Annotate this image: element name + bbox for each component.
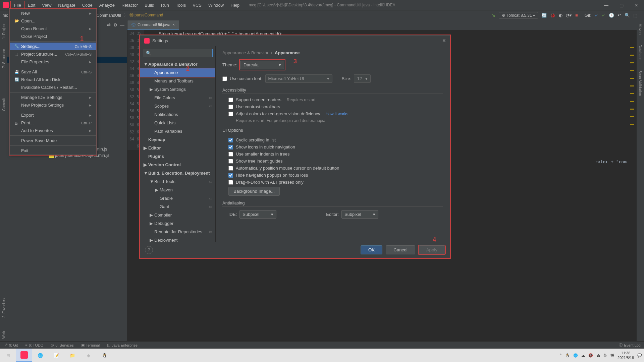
settings-tree-item[interactable]: ▶Version Control bbox=[140, 161, 215, 169]
vcs-update-icon[interactable]: ✓ bbox=[595, 13, 598, 18]
option-checkbox[interactable] bbox=[228, 145, 233, 149]
coverage-icon[interactable]: ◐ bbox=[559, 13, 562, 18]
minimize-icon[interactable]: — bbox=[599, 0, 614, 10]
file-menu-item[interactable]: New Projects Settings▸ bbox=[10, 101, 96, 109]
settings-tree-item[interactable]: Path Variables bbox=[140, 127, 215, 135]
settings-tree-item[interactable]: ▶Deployment bbox=[140, 236, 215, 242]
file-menu-item[interactable]: File Properties▸ bbox=[10, 58, 96, 66]
taskbar-ie[interactable]: 🌐 bbox=[32, 349, 48, 362]
settings-tree-item[interactable]: ▶Maven bbox=[140, 186, 215, 194]
settings-tree-item[interactable]: ▶System Settings bbox=[140, 85, 215, 94]
panel-gear-icon[interactable]: ⚙ bbox=[113, 22, 117, 27]
java-ee-tool-button[interactable]: ◫ Java Enterprise bbox=[107, 343, 137, 347]
stop-icon[interactable]: ■ bbox=[575, 13, 578, 18]
commit-tool-button[interactable]: Commit bbox=[2, 98, 6, 111]
menu-tools[interactable]: Tools bbox=[172, 1, 189, 9]
favorites-tool-button[interactable]: 2: Favorites bbox=[2, 298, 6, 317]
file-menu-item[interactable]: 🔄Reload All from Disk bbox=[10, 76, 96, 83]
menu-navigate[interactable]: Navigate bbox=[55, 1, 78, 9]
screen-readers-checkbox[interactable] bbox=[228, 98, 233, 102]
file-menu-item[interactable]: 📂Open... bbox=[10, 17, 96, 25]
menu-analyze[interactable]: Analyze bbox=[96, 1, 118, 9]
how-it-works-link[interactable]: How it works bbox=[325, 112, 348, 116]
file-menu-item[interactable]: New▸ bbox=[10, 9, 96, 17]
settings-tree-item[interactable]: Remote Jar Repositories▭ bbox=[140, 228, 215, 236]
taskbar-intellij[interactable] bbox=[16, 349, 32, 362]
settings-tree-item[interactable]: ▶Compiler bbox=[140, 211, 215, 219]
custom-font-checkbox[interactable] bbox=[222, 76, 227, 81]
tray-cloud-icon[interactable]: ☁ bbox=[581, 353, 585, 358]
file-menu-item[interactable]: Add to Favorites▸ bbox=[10, 127, 96, 134]
taskbar-notepad[interactable]: 📝 bbox=[48, 349, 64, 362]
close-tab-icon[interactable]: × bbox=[172, 22, 175, 27]
option-checkbox[interactable] bbox=[228, 159, 233, 164]
vcs-revert-icon[interactable]: ↶ bbox=[618, 13, 621, 18]
file-menu-item[interactable]: Manage IDE Settings▸ bbox=[10, 94, 96, 101]
clock[interactable]: 11:382021/8/18 bbox=[618, 351, 634, 360]
file-menu-item[interactable]: 💾Save AllCtrl+S bbox=[10, 68, 96, 76]
settings-tree-item[interactable]: Scopes▭ bbox=[140, 102, 215, 110]
services-tool-button[interactable]: ◎ 8: Services bbox=[51, 343, 73, 347]
git-tool-button[interactable]: ⎇ 9: Git bbox=[3, 343, 18, 347]
settings-tree-item[interactable]: Gant▭ bbox=[140, 202, 215, 211]
settings-tree-item[interactable]: Appearance bbox=[140, 68, 215, 77]
menu-vcs[interactable]: VCS bbox=[189, 1, 205, 9]
maven-tool-button[interactable]: Maven bbox=[638, 23, 642, 35]
run-icon[interactable]: 🔄 bbox=[541, 13, 547, 18]
settings-tree-item[interactable]: Menus and Toolbars bbox=[140, 77, 215, 85]
contrast-checkbox[interactable] bbox=[228, 105, 233, 109]
aa-ide-select[interactable]: Subpixel▾ bbox=[239, 210, 276, 219]
cancel-button[interactable]: Cancel bbox=[386, 245, 415, 254]
file-menu-item[interactable]: Power Save Mode bbox=[10, 137, 96, 144]
event-log-button[interactable]: ⓘ Event Log bbox=[619, 343, 641, 348]
ime-lang[interactable]: 英 bbox=[603, 353, 607, 358]
vcs-commit-icon[interactable]: ✓ bbox=[602, 13, 605, 18]
tray-globe-icon[interactable]: 🌐 bbox=[573, 353, 578, 358]
tray-network-icon[interactable]: 🖧 bbox=[596, 353, 600, 357]
profile-icon[interactable]: ◔▾ bbox=[566, 13, 572, 18]
settings-tree-item[interactable]: Keymap bbox=[140, 135, 215, 144]
ide-settings-icon[interactable]: ⬚ bbox=[633, 13, 637, 18]
file-menu-item[interactable]: Open Recent▸ bbox=[10, 25, 96, 33]
menu-window[interactable]: Window bbox=[205, 1, 227, 9]
menu-view[interactable]: View bbox=[39, 1, 55, 9]
aa-editor-select[interactable]: Subpixel▾ bbox=[341, 210, 378, 219]
debug-icon[interactable]: 🐞 bbox=[550, 13, 555, 18]
menu-file[interactable]: File bbox=[11, 1, 24, 9]
settings-tree-item[interactable]: Quick Lists bbox=[140, 119, 215, 127]
settings-search[interactable]: 🔍 bbox=[143, 49, 213, 57]
taskbar-explorer[interactable]: 📁 bbox=[64, 349, 80, 362]
file-menu-item[interactable]: Invalidate Caches / Restart... bbox=[10, 83, 96, 91]
theme-select[interactable]: Darcula▾ bbox=[240, 61, 284, 69]
terminal-tool-button[interactable]: ▣ Terminal bbox=[81, 343, 100, 347]
menu-help[interactable]: Help bbox=[227, 1, 243, 9]
start-button[interactable]: ⊞ bbox=[0, 349, 16, 362]
breadcrumb-method[interactable]: ⓜ parseCommand bbox=[129, 12, 163, 18]
settings-tree-item[interactable]: ▶Editor bbox=[140, 144, 215, 152]
menu-refactor[interactable]: Refactor bbox=[118, 1, 141, 9]
file-menu-item[interactable]: 🔧Settings...Ctrl+Alt+S bbox=[10, 43, 96, 50]
file-menu-item[interactable]: Exit bbox=[10, 147, 96, 155]
option-checkbox[interactable] bbox=[228, 180, 233, 185]
custom-font-select[interactable]: Microsoft YaHei UI▾ bbox=[265, 74, 332, 83]
file-menu-item[interactable]: ⬚Project Structure...Ctrl+Alt+Shift+S bbox=[10, 50, 96, 58]
build-icon[interactable]: ↘ bbox=[492, 13, 495, 18]
settings-tree-item[interactable]: Gradle▭ bbox=[140, 194, 215, 202]
option-checkbox[interactable] bbox=[228, 166, 233, 171]
bean-validation-tool-button[interactable]: Bean Validation bbox=[638, 70, 642, 96]
ok-button[interactable]: OK bbox=[361, 245, 382, 254]
option-checkbox[interactable] bbox=[228, 173, 233, 178]
close-icon[interactable]: ✕ bbox=[629, 0, 644, 10]
web-tool-button[interactable]: Web bbox=[2, 331, 6, 339]
option-checkbox[interactable] bbox=[228, 152, 233, 157]
file-menu-item[interactable]: Export▸ bbox=[10, 111, 96, 119]
todo-tool-button[interactable]: ≡ 6: TODO bbox=[25, 343, 43, 347]
tray-chevron-icon[interactable]: ˄ bbox=[560, 353, 562, 358]
settings-tree-item[interactable]: ▼Build, Execution, Deployment bbox=[140, 169, 215, 177]
collapse-icon[interactable]: — bbox=[120, 22, 124, 27]
font-size-select[interactable]: 12▾ bbox=[354, 74, 371, 83]
settings-search-input[interactable] bbox=[153, 51, 210, 56]
action-center-icon[interactable]: 💬 bbox=[637, 353, 642, 358]
select-opened-icon[interactable]: ⇄ bbox=[107, 22, 111, 27]
settings-tree-item[interactable]: File Colors▭ bbox=[140, 94, 215, 102]
